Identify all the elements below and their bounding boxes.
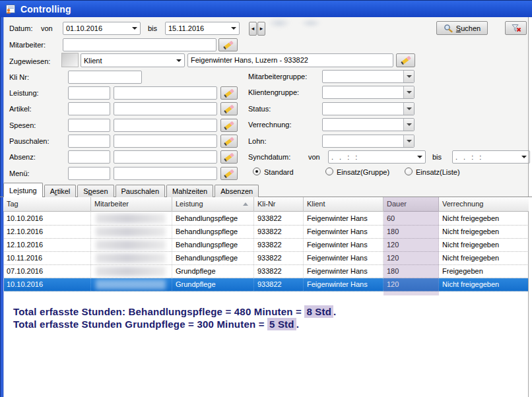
lohn-select[interactable] [322,135,415,148]
pencil-icon [224,104,234,113]
cell-mitarbeiter [91,278,172,291]
klinr-input[interactable] [68,71,142,84]
dropdown-arrow-icon [417,156,422,158]
mitarbeiter-input[interactable] [63,38,216,51]
combo-arrow-icon[interactable] [403,119,414,131]
dropdown-arrow-icon [231,27,236,30]
zugewiesen-type-select[interactable]: Klient [81,53,185,67]
tab-strip: Leistung Artikel Spesen Pauschalen Mahlz… [3,183,260,197]
cell-kli-nr: 933822 [254,226,304,238]
column-header-mitarbeiter[interactable]: Mitarbeiter [91,197,172,211]
column-header-dauer[interactable]: Dauer [383,197,439,211]
column-header-klient[interactable]: Klient [304,197,383,211]
cell-dauer: 60 [383,212,439,225]
cell-leistung: Behandlungspflege [172,252,254,264]
datum-label: Datum: [9,24,32,32]
title-bar[interactable]: Controlling [0,0,532,17]
klientengruppe-select[interactable] [322,86,415,99]
column-header-leistung[interactable]: Leistung [172,197,254,211]
table-row[interactable]: 12.10.2016Behandlungspflege933822Feigenw… [3,239,529,252]
table-row[interactable]: 10.10.2016Behandlungspflege933822Feigenw… [3,212,529,226]
next-period-button[interactable]: ▸ [257,22,265,36]
absenz-name-input[interactable] [114,150,217,164]
mitarbeiter-edit-button[interactable] [218,38,238,51]
radio-standard-label: Standard [264,168,294,176]
synch-von-label: von [308,153,320,161]
column-header-kli-nr[interactable]: Kli-Nr [254,197,304,211]
zugewiesen-indicator[interactable] [61,53,79,67]
date-from-picker[interactable]: 01.10.2016 [63,22,141,35]
menu-edit-button[interactable] [220,167,238,180]
spesen-edit-button[interactable] [220,119,238,132]
cell-kli-nr: 933822 [254,239,304,251]
summary-line-1: Total erfasste Stunden: Behandlungspfleg… [13,306,336,317]
pauschalen-name-input[interactable] [114,135,217,148]
column-header-verrechnung[interactable]: Verrechnung [439,197,529,211]
leistung-name-input[interactable] [114,86,217,100]
radio-standard[interactable] [253,168,261,175]
tab-mahlzeiten[interactable]: Mahlzeiten [166,185,213,197]
tab-spesen[interactable]: Spesen [77,185,114,197]
synch-to-picker[interactable]: . . : : [452,150,530,164]
table-row[interactable]: 07.10.2016Grundpflege933822Feigenwinter … [3,265,529,278]
combo-arrow-icon[interactable] [403,86,414,98]
combo-arrow-icon[interactable] [403,103,414,115]
zugewiesen-type-value: Klient [84,55,102,67]
pencil-icon [224,137,234,146]
status-select[interactable] [322,102,415,115]
pencil-icon [223,40,234,49]
table-row[interactable]: 12.10.2016Behandlungspflege933822Feigenw… [3,226,529,239]
leistung-code-input[interactable] [68,86,110,100]
absenz-edit-button[interactable] [220,150,238,164]
verrechnung-select[interactable] [322,118,415,131]
pauschalen-edit-button[interactable] [220,135,238,148]
radio-einsatz-liste[interactable] [405,168,413,175]
dropdown-arrow-icon [176,59,182,62]
combo-arrow-icon[interactable] [403,135,414,147]
menu-name-input[interactable] [114,167,217,180]
date-from-value: 01.10.2016 [66,22,102,34]
artikel-name-input[interactable] [114,102,217,115]
blurred-text [96,240,166,250]
radio-einsatz-gruppe[interactable] [325,168,333,175]
synch-to-value: . . : : [455,151,483,163]
spesen-name-input[interactable] [114,119,217,132]
combo-arrow-icon[interactable] [403,71,414,82]
zugewiesen-value-input[interactable]: Feigenwinter Hans, Luzern - 933822 [187,53,393,67]
mitarbeiter-label: Mitarbeiter: [9,41,46,49]
table-row[interactable]: 10.10.2016Grundpflege933822Feigenwinter … [3,278,529,291]
spesen-label: Spesen: [9,121,36,129]
date-to-picker[interactable]: 15.11.2016 [165,22,240,35]
menu-code-input[interactable] [68,167,110,180]
leistung-edit-button[interactable] [220,86,238,100]
pencil-icon [401,56,411,65]
prev-period-button[interactable]: ◂ [249,22,257,36]
cell-tag: 07.10.2016 [3,265,91,278]
clear-filter-button[interactable] [505,21,527,35]
blurred-text [96,280,166,290]
tab-artikel[interactable]: Artikel [44,185,77,197]
search-icon [444,24,453,33]
mitarbeitergruppe-select[interactable] [322,70,415,83]
hours-highlight: 8 Std [304,305,333,318]
cell-mitarbeiter [91,226,172,238]
tab-leistung[interactable]: Leistung [3,183,43,197]
cell-dauer: 120 [383,278,439,291]
tab-pauschalen[interactable]: Pauschalen [116,185,166,197]
cell-verrechnung: Nicht freigegeben [439,278,529,291]
artikel-code-input[interactable] [68,102,110,115]
pauschalen-code-input[interactable] [68,135,110,148]
spesen-code-input[interactable] [68,119,110,132]
absenz-code-input[interactable] [68,150,110,164]
cell-leistung: Grundpflege [172,265,254,278]
column-header-tag[interactable]: Tag [3,197,91,211]
cell-leistung: Behandlungspflege [172,212,254,225]
synch-from-picker[interactable]: . . : : [328,150,426,164]
zugewiesen-edit-button[interactable] [396,53,415,67]
tab-absenzen[interactable]: Absenzen [215,185,259,197]
table-row[interactable]: 10.11.2016Behandlungspflege933822Feigenw… [3,252,529,265]
summary-line-2: Total erfasste Stunden Grundpflege = 300… [13,319,299,330]
artikel-edit-button[interactable] [220,102,238,115]
cell-verrechnung: Freigegeben [439,265,529,278]
suchen-button[interactable]: Suchen [436,21,488,35]
